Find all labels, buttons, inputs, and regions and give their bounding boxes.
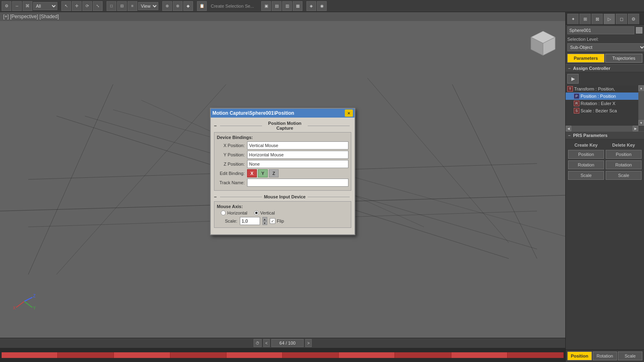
flip-label: Flip [277, 219, 284, 223]
motion-capture-dialog[interactable]: Motion Capture\Sphere001\Position × – Po… [210, 108, 355, 235]
move-btn[interactable]: ✛ [72, 1, 82, 11]
tree-hscroll-right[interactable]: ▶ [633, 126, 638, 131]
svg-line-7 [28, 84, 113, 274]
bottom-tab-scale[interactable]: Scale [618, 351, 642, 360]
prs-parameters-header[interactable]: – PRS Parameters [566, 131, 644, 139]
create-position-btn[interactable]: Position [568, 150, 604, 159]
tab-parameters[interactable]: Parameters [567, 54, 604, 63]
frame-nav-left[interactable]: < [263, 339, 270, 347]
svg-text:Y: Y [33, 306, 36, 310]
assign-controller-btn-area: ▶ [566, 72, 644, 85]
tree-item-scale[interactable]: S Scale : Bezier Sca [566, 107, 638, 114]
tree-item-rotation[interactable]: R Rotation : Euler X [566, 100, 638, 107]
object-color-swatch[interactable] [636, 27, 642, 34]
toolbar-btn-3[interactable]: ⌘ [23, 1, 32, 11]
edit-binding-buttons: X Y Z [247, 169, 279, 177]
delete-position-btn[interactable]: Position [606, 150, 642, 159]
render3-btn[interactable]: ▥ [282, 1, 292, 11]
create-sel-btn[interactable]: 📋 [197, 1, 207, 11]
create-rotation-btn[interactable]: Rotation [568, 160, 604, 169]
scale-btn[interactable]: ⤡ [93, 1, 103, 11]
delete-scale-btn[interactable]: Scale [606, 171, 642, 180]
render2-btn[interactable]: ▤ [272, 1, 281, 11]
extra-btn-1[interactable]: ◈ [306, 1, 316, 11]
tree-scroll-down[interactable]: ▼ [638, 120, 644, 126]
tab-trajectories[interactable]: Trajectories [605, 54, 642, 63]
axis-indicator: Z Y X [12, 289, 36, 314]
collapse-icon-mouse[interactable]: – [214, 194, 217, 200]
timeline-segment-2 [58, 352, 114, 358]
tree-hscroll-left[interactable]: ◀ [566, 126, 571, 131]
tab-motion[interactable]: ▷ [604, 14, 615, 24]
tab-create[interactable]: ✦ [567, 14, 579, 24]
tab-utilities[interactable]: ⚙ [628, 14, 639, 24]
scale-input[interactable] [240, 217, 260, 225]
horizontal-radio-circle[interactable] [221, 210, 226, 215]
frame-input[interactable] [271, 339, 304, 347]
rotate-btn[interactable]: ⟳ [82, 1, 92, 11]
unlink-btn[interactable]: ⊗ [173, 1, 183, 11]
flip-checkbox[interactable]: ✓ [270, 218, 275, 224]
object-name-input[interactable] [567, 26, 634, 34]
tab-modify[interactable]: ⊞ [579, 14, 591, 24]
all-combo[interactable]: All [33, 2, 57, 10]
mouse-input-device-section: – Mouse Input Device Mouse Axis: [214, 194, 351, 228]
edit-binding-label: Edit Binding: [217, 171, 247, 176]
selection-level-combo[interactable]: Sub-Object [567, 43, 644, 51]
z-axis-button[interactable]: Z [269, 169, 279, 177]
frame-nav-right[interactable]: > [305, 339, 312, 347]
tree-scroll-track [638, 91, 644, 120]
prs-collapse-icon: – [568, 133, 571, 138]
motion-trajectories-tabs: Parameters Trajectories [567, 54, 642, 63]
section-title-position: Position Motion Capture [264, 121, 306, 130]
timeline-icon[interactable]: ⏱ [254, 339, 262, 347]
y-axis-button[interactable]: Y [258, 169, 268, 177]
spin-up-button[interactable]: ▲ [262, 217, 267, 221]
assign-controller-header[interactable]: – Assign Controller [566, 64, 644, 72]
toolbar-btn-1[interactable]: ⚙ [2, 1, 11, 11]
svg-line-19 [16, 301, 24, 307]
device-bindings-group: Device Bindings: X Position: Vertical Mo… [214, 132, 351, 191]
viewport-canvas[interactable]: Z Y X Motion Capture\Sphere001\Position … [0, 21, 565, 338]
toolbar-btn-2[interactable]: ↔ [12, 1, 22, 11]
vertical-radio[interactable]: Vertical [254, 210, 275, 215]
y-position-value[interactable]: Horizontal Mouse [247, 151, 348, 159]
tree-item-transform[interactable]: T Transform : Position, [566, 85, 638, 93]
mirror-btn[interactable]: ⊟ [117, 1, 127, 11]
spin-down-button[interactable]: ▼ [262, 221, 267, 225]
delete-rotation-btn[interactable]: Rotation [606, 160, 642, 169]
z-position-value[interactable]: None [247, 160, 348, 168]
tab-display[interactable]: ◻ [616, 14, 627, 24]
horizontal-radio[interactable]: Horizontal [221, 210, 248, 215]
tree-item-position[interactable]: P Position : Position [566, 93, 638, 100]
flip-check[interactable]: ✓ Flip [270, 218, 284, 224]
timeline-segment-8 [395, 352, 451, 358]
create-scale-btn[interactable]: Scale [568, 171, 604, 180]
z-position-row: Z Position: None [217, 160, 348, 168]
extra-btn-2[interactable]: ◉ [317, 1, 327, 11]
link-btn[interactable]: ⊕ [162, 1, 172, 11]
align-btn[interactable]: ≡ [128, 1, 137, 11]
render4-btn[interactable]: ▦ [293, 1, 302, 11]
dialog-titlebar[interactable]: Motion Capture\Sphere001\Position × [211, 109, 355, 118]
bottom-tab-position[interactable]: Position [567, 351, 592, 360]
tab-hierarchy[interactable]: ⊠ [592, 14, 603, 24]
controller-tree-container: T Transform : Position, P Position : Pos… [566, 85, 644, 126]
bottom-tab-rotation[interactable]: Rotation [593, 351, 617, 360]
x-position-value[interactable]: Vertical Mouse [247, 141, 348, 149]
tree-scroll-up[interactable]: ▲ [638, 85, 644, 91]
timeline-track[interactable] [2, 352, 564, 358]
track-name-input[interactable] [247, 179, 348, 187]
snap-btn[interactable]: □ [107, 1, 116, 11]
assign-controller-button[interactable]: ▶ [567, 74, 579, 84]
dialog-close-button[interactable]: × [345, 109, 353, 117]
render-btn[interactable]: ▣ [261, 1, 271, 11]
collapse-icon[interactable]: – [214, 123, 217, 128]
x-axis-button[interactable]: X [247, 169, 257, 177]
view-combo[interactable]: View [138, 2, 158, 10]
svg-line-17 [24, 301, 32, 307]
select-btn[interactable]: ↖ [61, 1, 71, 11]
bind-btn[interactable]: ◆ [183, 1, 193, 11]
vertical-radio-circle[interactable] [254, 210, 259, 215]
timeline-segment-1 [2, 352, 58, 358]
